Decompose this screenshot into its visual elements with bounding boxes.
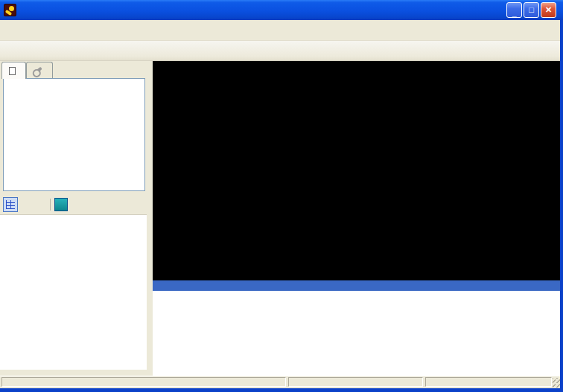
- property-grid[interactable]: [0, 214, 147, 370]
- extrema-header: [153, 280, 560, 291]
- close-button[interactable]: ✕: [541, 2, 556, 18]
- titlebar[interactable]: _ □ ✕: [0, 0, 563, 20]
- statusbar: [0, 376, 560, 388]
- status-panel-left: [1, 377, 286, 387]
- status-panel-middle: [288, 377, 424, 387]
- viewport-canvas[interactable]: [153, 61, 560, 280]
- left-panel: [0, 61, 153, 376]
- panel-tabs: [1, 62, 53, 78]
- categorized-view-icon[interactable]: [3, 197, 18, 212]
- tab-drawing[interactable]: [1, 62, 26, 79]
- maximize-button[interactable]: □: [524, 2, 539, 18]
- menubar: [0, 20, 560, 41]
- status-coordinates: [425, 377, 552, 387]
- app-logo-icon: [4, 4, 16, 16]
- cambam-window: _ □ ✕: [0, 0, 563, 392]
- alphabetical-sort-icon[interactable]: [22, 197, 36, 212]
- properties-toolbar: [0, 195, 147, 214]
- basic-button[interactable]: [40, 203, 46, 206]
- toolbar-separator: [50, 199, 51, 211]
- extrema-info-panel: [153, 280, 560, 376]
- resize-grip[interactable]: [553, 378, 560, 388]
- drawing-tree[interactable]: [3, 78, 145, 191]
- minimize-button[interactable]: _: [506, 2, 522, 18]
- wrench-icon: [34, 66, 42, 74]
- page-icon: [9, 67, 16, 75]
- viewport[interactable]: [153, 61, 560, 280]
- help-icon[interactable]: [54, 198, 68, 211]
- toolbar: [0, 41, 560, 61]
- tab-system[interactable]: [26, 62, 53, 78]
